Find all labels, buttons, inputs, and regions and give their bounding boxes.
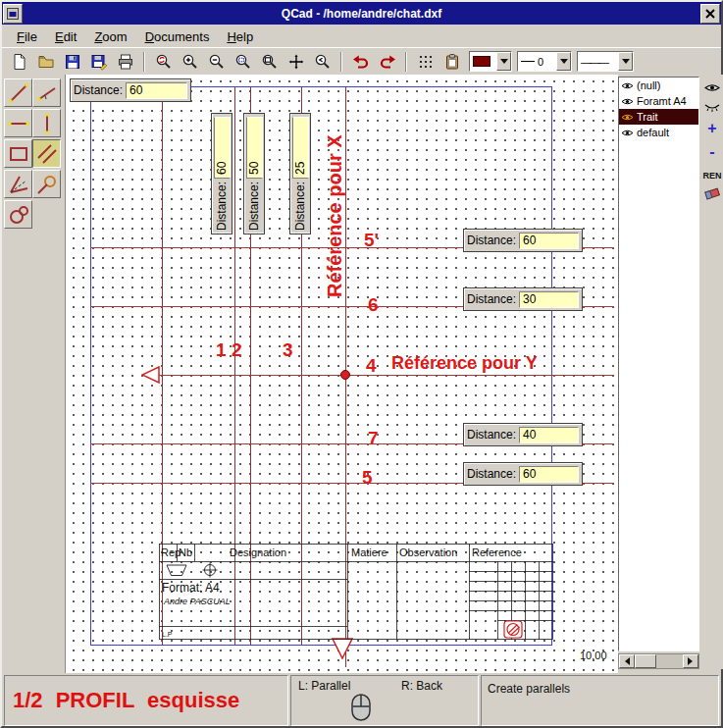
layer-item[interactable]: default xyxy=(619,125,698,140)
distance-input[interactable]: 60 xyxy=(519,466,579,483)
zoom-previous-icon xyxy=(314,53,332,71)
paste-button[interactable] xyxy=(439,50,464,74)
menu-help[interactable]: Help xyxy=(218,27,262,46)
width-select[interactable]: 0 xyxy=(517,51,572,72)
hide-all-layers-button[interactable] xyxy=(701,98,723,116)
reference-line-y xyxy=(142,375,614,376)
open-file-icon xyxy=(37,53,55,71)
menu-help-rest: elp xyxy=(236,29,253,44)
layer-list-scrollbar[interactable] xyxy=(618,653,699,669)
menu-file[interactable]: File xyxy=(8,27,46,46)
scrollbar-track[interactable] xyxy=(656,654,683,668)
color-select[interactable] xyxy=(469,51,512,72)
new-file-button[interactable] xyxy=(7,50,31,74)
titleblock-initials: L.P xyxy=(162,631,173,638)
titleblock-header: Reference xyxy=(472,546,522,558)
distance-input[interactable]: 60 xyxy=(126,82,187,99)
scroll-right-button[interactable] xyxy=(683,654,698,668)
eye-open-icon xyxy=(704,82,720,93)
scroll-left-button[interactable] xyxy=(619,654,635,668)
save-as-button[interactable] xyxy=(86,50,111,74)
qcad-window: QCad - /home/andre/chat.dxf File Edit Zo… xyxy=(0,0,723,728)
distance-widget-rotated: Distance: 50 xyxy=(243,113,265,234)
zoom-redraw-button[interactable] xyxy=(151,50,176,74)
linetype-dropdown-button[interactable] xyxy=(618,52,633,71)
close-button[interactable] xyxy=(700,4,720,24)
distance-input[interactable]: 60 xyxy=(214,117,231,179)
layer-item[interactable]: Foramt A4 xyxy=(619,93,698,109)
drawing-canvas[interactable]: Distance: 60 Distance: 60 Distance: 50 D… xyxy=(65,75,618,673)
left-mouse-hint: L: Parallel xyxy=(298,679,350,693)
distance-widget: Distance: 30 xyxy=(463,287,583,311)
triangle-left-icon xyxy=(621,657,630,665)
layer-list[interactable]: (null) Foramt A4 Trait default xyxy=(618,77,699,651)
status-note-section: 1/2 PROFIL esquisse xyxy=(4,675,288,726)
eye-icon xyxy=(621,113,634,122)
width-dropdown-button[interactable] xyxy=(556,52,571,71)
tool-rectangle[interactable] xyxy=(4,139,32,168)
layer-item-selected[interactable]: Trait xyxy=(619,109,698,125)
toolbar-separator xyxy=(405,52,407,72)
zoom-redraw-icon xyxy=(155,53,173,71)
open-file-button[interactable] xyxy=(33,50,58,74)
title-block: Rep Nb Designation Matiere Observation R… xyxy=(159,544,553,642)
titlebar[interactable]: QCad - /home/andre/chat.dxf xyxy=(2,2,721,25)
tool-line-vertical[interactable] xyxy=(32,109,61,137)
distance-input[interactable]: 50 xyxy=(246,117,263,179)
tool-line-horizontal[interactable] xyxy=(4,109,32,137)
mouse-icon xyxy=(348,692,374,723)
layer-item[interactable]: (null) xyxy=(619,78,698,93)
color-dropdown-button[interactable] xyxy=(496,52,511,71)
distance-input[interactable]: 30 xyxy=(519,291,579,308)
zoom-window-icon xyxy=(261,53,279,71)
distance-input[interactable]: 40 xyxy=(519,427,579,443)
window-title: QCad - /home/andre/chat.dxf xyxy=(23,7,700,21)
redo-button[interactable] xyxy=(375,50,399,74)
window-menu-button[interactable] xyxy=(3,4,23,24)
print-button[interactable] xyxy=(113,50,137,74)
drawing-note: 1/2 PROFIL esquisse xyxy=(13,688,239,713)
distance-input[interactable]: 60 xyxy=(519,233,579,249)
delete-layer-contents-button[interactable] xyxy=(701,184,723,202)
titleblock-header: Matiere xyxy=(351,546,387,558)
grid-toggle-button[interactable] xyxy=(413,50,438,74)
current-color-swatch xyxy=(473,56,491,67)
reference-y-label: Référence pour Y xyxy=(391,353,538,374)
tool-bisector[interactable] xyxy=(4,170,32,198)
rename-layer-button[interactable]: REN xyxy=(701,167,723,184)
scrollbar-thumb[interactable] xyxy=(635,654,656,668)
menu-edit[interactable]: Edit xyxy=(46,27,85,46)
undo-icon xyxy=(352,53,370,71)
menu-documents[interactable]: Documents xyxy=(136,27,219,46)
eraser-icon xyxy=(703,185,721,201)
new-file-icon xyxy=(11,53,28,71)
zoom-out-button[interactable] xyxy=(204,50,229,74)
distance-label: Distance: xyxy=(467,234,516,247)
tool-line-angle[interactable] xyxy=(32,78,61,107)
undo-button[interactable] xyxy=(348,50,373,74)
distance-input[interactable]: 25 xyxy=(292,117,309,179)
menu-help-key: H xyxy=(227,29,235,44)
remove-layer-button[interactable]: - xyxy=(701,143,723,161)
distance-widget: Distance: 60 xyxy=(463,462,583,486)
show-all-layers-button[interactable] xyxy=(701,78,723,96)
zoom-window-button[interactable] xyxy=(257,50,282,74)
zoom-in-icon xyxy=(181,53,199,71)
zoom-pan-icon xyxy=(287,53,305,71)
save-button[interactable] xyxy=(60,50,84,74)
zoom-in-button[interactable] xyxy=(178,50,202,74)
zoom-auto-button[interactable] xyxy=(231,50,255,74)
paste-icon xyxy=(443,53,461,71)
titleblock-header: Observation xyxy=(399,546,457,558)
linetype-select[interactable]: ——— xyxy=(577,51,634,72)
zoom-previous-button[interactable] xyxy=(310,50,335,74)
tool-circle-tangent[interactable] xyxy=(32,170,61,198)
arrow-marker-left xyxy=(141,366,161,384)
tool-circles[interactable] xyxy=(4,200,32,229)
distance-label: Distance: xyxy=(74,83,123,97)
tool-line-two-points[interactable] xyxy=(4,78,32,107)
menu-zoom[interactable]: Zoom xyxy=(85,27,135,46)
tool-parallel[interactable] xyxy=(32,139,61,168)
zoom-pan-button[interactable] xyxy=(284,50,308,74)
add-layer-button[interactable]: + xyxy=(701,120,723,137)
